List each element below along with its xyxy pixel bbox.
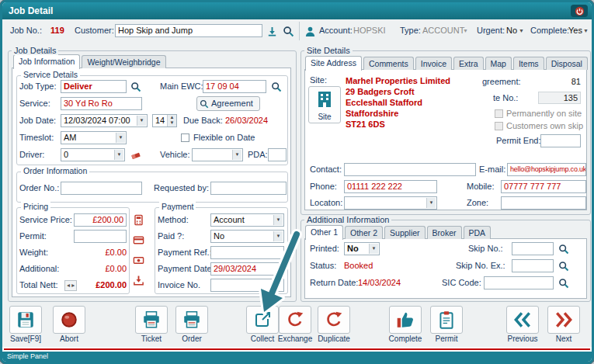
customer-input[interactable]: Hop Skip and Jump [115,24,262,37]
save-icon [16,310,36,330]
main-ewc-search-button[interactable] [269,80,283,93]
permit-field[interactable] [74,230,127,243]
order-information-legend: Order Information [21,166,89,175]
exchange-button[interactable]: Exchange [275,306,315,343]
tab-pda[interactable]: PDA [464,226,492,239]
next-button[interactable]: Next [544,306,584,343]
service-label: Service: [19,97,50,110]
customer-search-button[interactable] [281,24,295,38]
main-ewc-field[interactable]: 17 09 04 [203,80,266,93]
duration-spinner[interactable]: 14 ▲▼ [152,114,177,127]
timeslot-combo[interactable]: AM ▼ [61,131,127,144]
job-type-search-button[interactable] [129,80,142,93]
sic-code-search-button[interactable] [557,276,570,289]
tab-weight-weighbridge[interactable]: Weight/Weighbridge [82,55,165,68]
payment-date-field[interactable]: 29/03/2024 [210,262,284,276]
tab-comments[interactable]: Comments [363,57,414,70]
abort-button[interactable]: Abort [49,306,89,343]
tab-invoice[interactable]: Invoice [415,57,452,70]
job-date-combo[interactable]: 12/03/2024 07:00 ▼ [61,114,148,127]
pos-terminal-icon [133,214,144,226]
service-price-field[interactable]: £200.00 [74,213,127,227]
permit-end-field[interactable] [540,134,581,147]
pda-field[interactable] [268,148,287,161]
skip-no-ex-field[interactable] [512,259,554,272]
import-payment-button[interactable] [132,274,145,287]
urgent-combo[interactable]: No [506,24,517,37]
email-field[interactable]: hello@hopskipjump.co.uk [507,163,586,176]
tab-other-1[interactable]: Other 1 [305,225,343,240]
tab-site-address[interactable]: Site Address [305,56,362,71]
tab-disposal[interactable]: Disposal [546,57,588,70]
location-combo[interactable]: ▼ [344,196,437,210]
duplicate-button[interactable]: Duplicate [314,306,354,343]
permanently-on-site-checkbox[interactable] [495,109,503,118]
site-details-group-label: Site Details [304,46,353,55]
skip-no-ex-search-button[interactable] [557,259,570,272]
zone-field[interactable] [501,196,586,210]
duplicate-button-label: Duplicate [314,335,354,343]
contact-field[interactable] [344,163,476,176]
phone-field[interactable]: 01111 222 222 [344,180,437,193]
tab-job-information[interactable]: Job Information [13,54,80,69]
requested-by-field[interactable] [210,182,287,195]
agreement-button[interactable]: Agreement [196,96,260,111]
ticket-button[interactable]: Ticket [131,306,172,343]
customer-import-button[interactable] [265,24,279,38]
total-nett-nav-arrows[interactable]: ◂ ▸ [64,280,77,291]
tab-items[interactable]: Items [513,57,544,70]
job-no-value: 119 [50,24,64,37]
job-details-tabs: Job Information Weight/Weighbridge [13,55,168,68]
order-button[interactable]: Order [172,306,212,343]
driver-combo[interactable]: 0 ▼ [61,148,125,161]
method-combo[interactable]: Account ▼ [210,213,284,227]
site-address-line: Marhel Properties Limited [346,76,450,87]
previous-button[interactable]: Previous [502,306,543,343]
job-date-label: Job Date: [19,114,56,127]
chevron-down-icon: ▼ [137,116,146,126]
previous-button-label: Previous [502,335,543,343]
skip-no-field[interactable] [512,242,554,255]
tab-supplier[interactable]: Supplier [384,226,426,239]
payment-ref-field[interactable] [210,246,284,259]
contact-label: Contact: [310,163,342,176]
job-detail-window: Job Detail Job No.: 119 Customer: Hop Sk… [0,0,594,364]
chevron-down-icon: ▼ [369,244,378,254]
driver-label: Driver: [19,148,44,161]
service-field[interactable]: 30 Yd Ro Ro [61,97,142,110]
credit-card-button[interactable] [132,234,145,247]
site-button[interactable]: Site [308,86,341,123]
account-label: Account: [319,24,353,37]
type-label: Type: [400,24,421,37]
mobile-field[interactable]: 07777 777 777 [501,180,586,193]
printed-combo[interactable]: No ▼ [344,242,380,255]
sic-code-label: SIC Code: [442,276,481,289]
vehicle-combo[interactable]: ▼ [192,148,243,161]
banknote-button[interactable] [132,254,145,267]
save-button[interactable]: Save[F9] [5,306,46,343]
complete-combo[interactable]: Yes [568,24,582,37]
customers-own-skip-checkbox[interactable] [495,122,503,130]
payment-legend: Payment [159,202,196,211]
flexible-on-date-checkbox[interactable] [181,133,189,142]
account-value: HOPSKI [353,24,386,37]
site-address-line: ST21 6DS [346,120,385,130]
pos-terminal-button[interactable] [132,213,145,227]
type-combo[interactable]: ACCOUNT [422,24,464,37]
tab-other-2[interactable]: Other 2 [345,226,383,239]
order-no-field[interactable] [61,182,142,195]
permit-button[interactable]: Permit [426,306,467,343]
close-power-button[interactable] [571,5,588,17]
invoice-no-label: Invoice No. [158,279,200,292]
clear-driver-button[interactable] [129,148,142,161]
sic-code-field[interactable] [484,276,554,289]
skip-no-search-button[interactable] [557,242,570,255]
complete-button[interactable]: Complete [385,306,426,343]
tab-extra[interactable]: Extra [453,57,484,70]
job-type-field[interactable]: Deliver [61,80,127,93]
tab-map[interactable]: Map [485,57,512,70]
spinner-up-down-icon[interactable]: ▲▼ [167,115,176,127]
paid-combo[interactable]: No ▼ [210,230,284,243]
invoice-no-field[interactable] [210,279,284,292]
tab-broker[interactable]: Broker [427,226,462,239]
